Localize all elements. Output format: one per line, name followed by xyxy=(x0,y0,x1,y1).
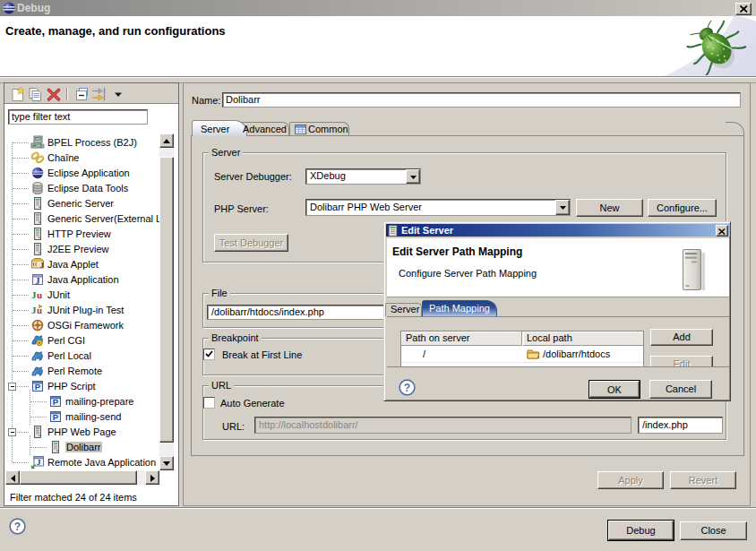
svg-text:u: u xyxy=(37,289,42,300)
svg-text:?: ? xyxy=(14,521,21,533)
svg-text:?: ? xyxy=(404,382,410,394)
svg-text:P: P xyxy=(35,382,41,392)
svg-text:J: J xyxy=(37,458,41,467)
svg-text:J: J xyxy=(40,261,45,270)
svg-text:P: P xyxy=(53,397,59,407)
svg-text:P: P xyxy=(53,412,59,422)
svg-text:J: J xyxy=(36,276,40,286)
